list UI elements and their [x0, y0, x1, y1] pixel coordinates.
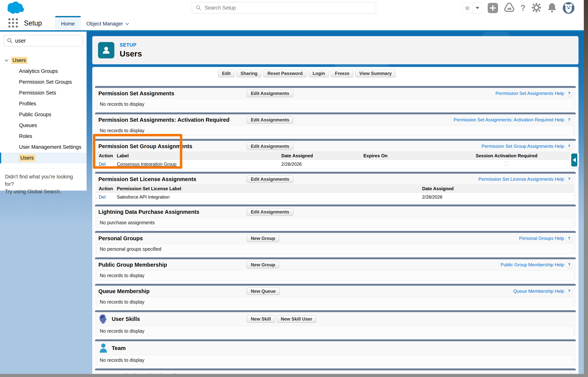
section-queue-membership: Queue Membership New Queue Queue Members… — [95, 284, 576, 307]
edit-assignments-button[interactable]: Edit Assignments — [247, 90, 293, 97]
empty-message: No records to display — [97, 99, 574, 109]
search-icon — [7, 38, 12, 44]
help-icon[interactable]: ? — [566, 235, 572, 242]
chevron-down-icon — [126, 22, 129, 25]
collapse-panel-handle[interactable] — [570, 151, 579, 168]
new-group-button[interactable]: New Group — [247, 235, 279, 242]
guidance-center-icon[interactable] — [504, 2, 515, 14]
notifications-bell-icon[interactable] — [547, 2, 557, 13]
new-queue-button[interactable]: New Queue — [247, 288, 280, 295]
sidebar-quickfind[interactable] — [4, 35, 83, 47]
edit-button[interactable]: Edit — [218, 70, 235, 77]
favorites-star-icon[interactable] — [462, 3, 473, 13]
help-link[interactable]: Permission Set Assignments Help — [495, 91, 564, 96]
empty-message: No records to display — [97, 270, 574, 281]
sidebar-item-user-management-settings[interactable]: User Management Settings — [0, 142, 87, 153]
quick-create-plus-icon[interactable] — [488, 3, 498, 13]
help-link[interactable]: Public Group Membership Help — [501, 262, 564, 267]
expires-on-cell — [361, 160, 439, 169]
date-assigned-cell: 2/28/2026 — [279, 160, 361, 169]
workspace: Users Analytics Groups Permission Set Gr… — [0, 32, 584, 377]
page-title: Users — [120, 49, 142, 59]
help-icon[interactable]: ? — [566, 90, 572, 97]
sidebar-item-queues[interactable]: Queues — [0, 120, 87, 131]
section-title: Team — [112, 345, 126, 351]
freeze-button[interactable]: Freeze — [331, 70, 353, 77]
help-icon[interactable]: ? — [566, 176, 572, 182]
sidebar-item-analytics-groups[interactable]: Analytics Groups — [0, 66, 87, 77]
new-skill-button[interactable]: New Skill — [247, 315, 275, 323]
section-title: Permission Set Assignments — [98, 90, 174, 97]
sidebar-item-users[interactable]: Users — [0, 153, 87, 163]
section-title: Permission Set Assignments: Activation R… — [98, 117, 229, 123]
sharing-button[interactable]: Sharing — [237, 70, 262, 77]
empty-message: No records to display — [97, 355, 574, 365]
edit-assignments-button[interactable]: Edit Assignments — [247, 116, 293, 123]
section-title: Managers in the Role Hierarchy — [98, 373, 181, 374]
sidebar-quickfind-input[interactable] — [15, 38, 80, 44]
help-link[interactable]: Permission Set Group Assignments Help — [481, 144, 564, 149]
sidebar-item-roles[interactable]: Roles — [0, 131, 87, 142]
date-assigned-cell: 2/28/2026 — [420, 193, 574, 201]
empty-message: No personal groups specified — [97, 244, 574, 254]
section-managers-in-the-role-hierarchy: Managers in the Role Hierarchy Managers … — [95, 368, 576, 374]
setup-nav-bar: Setup Home Object Manager — [0, 16, 584, 32]
session-activation-checkbox — [505, 161, 508, 166]
table-row: Del Salesforce API Integration 2/28/2026 — [97, 193, 574, 201]
help-link[interactable]: Permission Set License Assignments Help — [478, 177, 564, 182]
section-permission-set-license-assignments: Permission Set License Assignments Edit … — [95, 172, 576, 201]
edit-assignments-button[interactable]: Edit Assignments — [247, 208, 293, 215]
help-link[interactable]: Managers in the Role Hierarchy Help — [489, 373, 564, 374]
tree-node-label: Users — [11, 57, 27, 64]
sidebar-item-profiles[interactable]: Profiles — [0, 98, 87, 109]
collapse-arrow-icon — [571, 153, 577, 166]
empty-message: No records to display — [97, 326, 574, 336]
help-icon[interactable]: ? — [566, 288, 572, 295]
del-link[interactable]: Del — [99, 162, 106, 167]
sidebar-item-permission-set-groups[interactable]: Permission Set Groups — [0, 77, 87, 87]
edit-assignments-button[interactable]: Edit Assignments — [247, 176, 293, 183]
setup-gear-icon[interactable] — [531, 2, 541, 13]
app-launcher-waffle-icon[interactable] — [8, 18, 18, 28]
chevron-down-icon — [5, 58, 8, 61]
help-question-icon[interactable]: ? — [520, 3, 526, 13]
global-search-input[interactable] — [205, 5, 372, 11]
login-button[interactable]: Login — [309, 70, 329, 77]
tab-object-manager-label: Object Manager — [86, 21, 123, 27]
search-icon — [196, 5, 201, 11]
global-search[interactable] — [192, 2, 376, 13]
view-summary-button[interactable]: View Summary — [355, 70, 396, 77]
section-title: Permission Set License Assignments — [98, 176, 196, 182]
tab-home[interactable]: Home — [55, 16, 81, 30]
help-icon[interactable]: ? — [566, 373, 572, 374]
section-title: Personal Groups — [98, 235, 143, 242]
section-permission-set-assignments-activation-required: Permission Set Assignments: Activation R… — [95, 112, 576, 136]
user-detail-card: Edit Sharing Reset Password Login Freeze… — [92, 67, 578, 374]
desktop-bottom-edge — [0, 374, 584, 377]
salesforce-cloud-icon[interactable] — [6, 1, 25, 16]
help-icon[interactable]: ? — [566, 117, 572, 123]
users-setup-icon — [98, 42, 114, 59]
sidebar-item-public-groups[interactable]: Public Groups — [0, 109, 87, 120]
reset-password-button[interactable]: Reset Password — [263, 70, 307, 77]
section-permission-set-group-assignments: Permission Set Group Assignments Edit As… — [95, 139, 576, 169]
section-title: Lightning Data Purchase Assignments — [98, 209, 199, 215]
app-name: Setup — [24, 19, 42, 27]
help-link[interactable]: Permission Set Assignments: Activation R… — [454, 117, 564, 122]
del-link[interactable]: Del — [99, 194, 106, 200]
tree-node-users[interactable]: Users — [0, 55, 87, 66]
help-link[interactable]: Personal Groups Help — [519, 236, 564, 241]
user-avatar[interactable] — [563, 2, 575, 14]
new-skill-user-button[interactable]: New Skill User — [277, 315, 316, 323]
section-permission-set-assignments: Permission Set Assignments Edit Assignme… — [95, 86, 576, 109]
section-title: Permission Set Group Assignments — [98, 143, 192, 150]
permission-set-group-link[interactable]: Consensus Integration Group — [117, 162, 177, 167]
new-group-button[interactable]: New Group — [247, 261, 279, 268]
help-link[interactable]: Queue Membership Help — [513, 289, 564, 294]
sidebar-item-permission-sets[interactable]: Permission Sets — [0, 87, 87, 98]
help-icon[interactable]: ? — [566, 261, 572, 268]
favorites-caret-icon[interactable] — [473, 3, 482, 13]
tab-object-manager[interactable]: Object Manager — [81, 16, 134, 30]
edit-assignments-button[interactable]: Edit Assignments — [247, 143, 293, 150]
help-icon[interactable]: ? — [566, 143, 572, 150]
